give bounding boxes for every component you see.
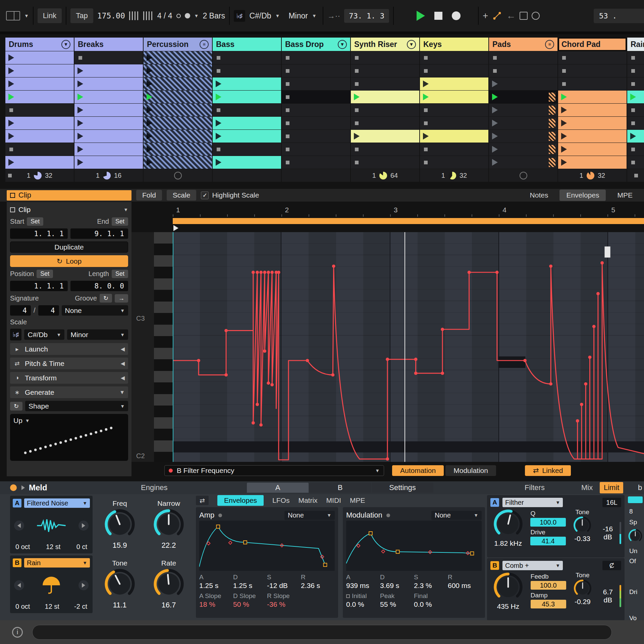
engine-b-semi[interactable]: 12 st xyxy=(45,603,59,610)
modulation-toggle[interactable]: Modulation xyxy=(445,465,496,476)
clip[interactable] xyxy=(5,77,74,90)
window-layout-icon[interactable] xyxy=(6,11,20,20)
clip-slot-group[interactable] xyxy=(489,143,557,156)
clip-title-caret-icon[interactable]: ▼ xyxy=(123,207,128,212)
clip-slot-group[interactable] xyxy=(489,104,557,116)
engine-a-next-button[interactable] xyxy=(78,521,89,531)
clip-slot-stop[interactable] xyxy=(282,64,350,77)
set-end-button[interactable]: Set xyxy=(112,217,128,226)
clip-slot-stop[interactable] xyxy=(351,156,419,169)
clip-slot-stop[interactable] xyxy=(420,143,488,156)
engine-a-badge[interactable]: A xyxy=(13,499,21,507)
clip-slot-stop[interactable] xyxy=(5,104,74,116)
clip-hatched[interactable] xyxy=(144,156,212,169)
knob-tone[interactable]: Tone11.1 xyxy=(104,559,136,609)
param-a[interactable]: A1.25 s xyxy=(199,574,233,590)
signature-denominator[interactable]: 4 xyxy=(38,305,59,316)
clip-slot-stop[interactable] xyxy=(213,143,281,156)
clip-slot-stop[interactable] xyxy=(489,64,557,77)
clip-slot-stop[interactable] xyxy=(282,77,350,90)
clip[interactable] xyxy=(558,143,627,156)
filter-a-badge[interactable]: A xyxy=(490,498,499,507)
envelope-param-select[interactable]: B Filter Frequency ▼ xyxy=(164,465,384,476)
stop-button[interactable] xyxy=(434,12,442,20)
scale-mode-select[interactable]: Minor xyxy=(288,11,308,20)
shape-direction[interactable]: Up xyxy=(13,417,22,425)
clip-slot-stop[interactable] xyxy=(282,91,350,103)
clip[interactable] xyxy=(558,156,627,169)
engine-a-oct[interactable]: 0 oct xyxy=(15,543,30,551)
menu-circle-icon[interactable]: ≡ xyxy=(545,40,554,49)
clip-slot-stop[interactable] xyxy=(213,51,281,64)
clip-slot-stop[interactable] xyxy=(74,51,143,64)
layout-caret-icon[interactable]: ▼ xyxy=(24,13,29,18)
clip-slot-group[interactable] xyxy=(489,77,557,90)
chevron-circle-icon[interactable]: ▼ xyxy=(61,40,70,49)
clip-slot-stop[interactable] xyxy=(420,64,488,77)
piano-keys[interactable] xyxy=(154,232,173,462)
clip-slot-stop[interactable] xyxy=(558,77,627,90)
filter-a-tone[interactable]: -0.33 xyxy=(574,535,590,543)
mod-envelope-graph[interactable] xyxy=(346,521,482,571)
clip-slot-stop[interactable] xyxy=(627,51,644,64)
filter-b-type-select[interactable]: Comb + ▼ xyxy=(502,561,563,570)
clip-slot-stop[interactable] xyxy=(282,143,350,156)
clip[interactable] xyxy=(420,77,488,90)
fold-button[interactable]: Fold xyxy=(136,190,162,201)
param-final[interactable]: Final0.0 % xyxy=(414,592,448,608)
param-r[interactable]: R600 ms xyxy=(448,574,482,590)
clip-scale-mode-select[interactable]: Minor ▼ xyxy=(67,329,128,340)
scale-mode-caret-icon[interactable]: ▼ xyxy=(312,13,317,18)
clip[interactable] xyxy=(5,51,74,64)
clip[interactable] xyxy=(420,91,488,103)
engine-b-oct[interactable]: 0 oct xyxy=(15,603,30,610)
clip[interactable] xyxy=(5,64,74,77)
track-header-chord-pad[interactable]: Chord Pad xyxy=(558,38,627,51)
feedback-value[interactable]: 100.0 xyxy=(531,581,566,590)
clip[interactable] xyxy=(627,91,644,103)
engine-a-selector[interactable]: Filtered Noise ▼ xyxy=(24,498,90,508)
clip-slot-stop[interactable] xyxy=(282,104,350,116)
param-d[interactable]: D1.25 s xyxy=(233,574,267,590)
edge-knob[interactable] xyxy=(628,529,643,543)
param-a[interactable]: A939 ms xyxy=(346,574,380,590)
param-a-slope[interactable]: A Slope18 % xyxy=(199,592,233,608)
section-pitch-time[interactable]: ⇄ Pitch & Time ◀ xyxy=(10,358,128,369)
device-fold-icon[interactable] xyxy=(21,485,25,490)
clip[interactable] xyxy=(213,156,281,169)
loop-bar[interactable] xyxy=(173,218,644,224)
set-length-button[interactable]: Set xyxy=(112,270,128,278)
device-on-button[interactable] xyxy=(10,484,17,491)
expand-view-icon[interactable] xyxy=(520,12,528,20)
filter-b-mode[interactable]: Ȼ xyxy=(602,561,621,570)
q-value[interactable]: 100.0 xyxy=(530,518,566,527)
clip-slot-stop[interactable] xyxy=(351,104,419,116)
arrangement-position[interactable]: 73. 1. 3 xyxy=(344,9,389,23)
loop-start-field[interactable]: 53 . xyxy=(594,9,644,23)
shape-dial-icon[interactable]: ↻ xyxy=(10,402,22,411)
engine-a-prev-button[interactable] xyxy=(14,521,24,531)
engine-b-next-button[interactable] xyxy=(78,580,89,590)
groove-select[interactable]: None ▼ xyxy=(62,305,128,316)
tab-mpe-device[interactable]: MPE xyxy=(350,496,365,504)
clip-slot-stop[interactable] xyxy=(420,51,488,64)
play-button[interactable] xyxy=(417,11,425,21)
drive-value[interactable]: 41.4 xyxy=(530,537,566,545)
track-header-pads[interactable]: Pads≡ xyxy=(489,38,557,51)
clip-slot-stop[interactable] xyxy=(627,117,644,129)
clip-slot-stop[interactable] xyxy=(351,117,419,129)
filter-a-tone-knob[interactable] xyxy=(573,516,592,535)
clip[interactable] xyxy=(351,91,419,103)
clip-hatched[interactable] xyxy=(144,117,212,129)
clip-slot-stop[interactable] xyxy=(489,51,557,64)
clip[interactable] xyxy=(558,130,627,143)
clip-slot-stop[interactable] xyxy=(282,156,350,169)
chevron-circle-icon[interactable]: ▼ xyxy=(407,40,416,49)
clip-slot-stop[interactable] xyxy=(213,104,281,116)
clip[interactable] xyxy=(74,104,143,116)
param-initial[interactable]: Initial0.0 % xyxy=(346,592,380,608)
clip-slot-stop[interactable] xyxy=(5,143,74,156)
shape-preview[interactable]: Up ▼ xyxy=(10,414,128,461)
clip[interactable] xyxy=(558,91,627,103)
filter-b-freq[interactable]: 435 Hz xyxy=(497,602,520,610)
